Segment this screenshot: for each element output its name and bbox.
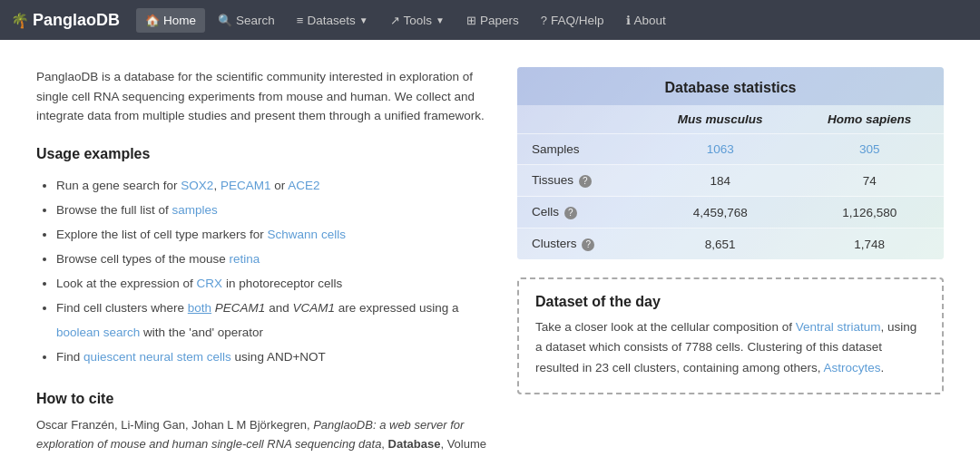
list-item: Explore the list of cell type markers fo…: [56, 222, 490, 247]
row-label-tissues: Tissues ?: [517, 165, 645, 197]
retina-link[interactable]: retina: [230, 252, 260, 266]
samples-homo-link[interactable]: 305: [859, 142, 880, 156]
row-val-mus-cells: 4,459,768: [645, 197, 795, 228]
row-val-mus-samples: 1063: [645, 134, 795, 165]
table-row: Samples 1063 305: [517, 134, 944, 165]
quiescent-link[interactable]: quiescent neural stem cells: [83, 350, 231, 364]
nav-search[interactable]: 🔍 Search: [209, 8, 284, 33]
logo-text: PanglaoDB: [33, 11, 120, 30]
nav-faq[interactable]: ? FAQ/Help: [532, 8, 613, 33]
dotd-text-before: Take a closer look at the cellular compo…: [535, 320, 796, 334]
cite-text: Oscar Franzén, Li-Ming Gan, Johan L M Bj…: [36, 416, 490, 457]
tools-dropdown-icon: ▼: [436, 15, 445, 25]
usage-title: Usage examples: [36, 146, 490, 162]
stats-col-empty: [517, 105, 645, 134]
tools-icon: ↗: [390, 14, 400, 27]
cells-help-icon[interactable]: ?: [564, 207, 577, 219]
cite-section: How to cite Oscar Franzén, Li-Ming Gan, …: [36, 391, 490, 457]
row-label-samples: Samples: [517, 134, 645, 165]
nav-about-label: About: [634, 14, 666, 27]
crx-link[interactable]: CRX: [197, 277, 223, 290]
nav-papers-label: Papers: [480, 14, 519, 27]
stats-col-mus: Mus musculus: [645, 105, 795, 134]
both-link[interactable]: both: [188, 301, 211, 315]
nav-datasets-label: Datasets: [307, 14, 355, 27]
list-item: Find quiescent neural stem cells using A…: [56, 345, 490, 369]
list-item: Browse the full list of samples: [56, 198, 490, 222]
nav-papers[interactable]: ⊞ Papers: [457, 8, 528, 33]
home-icon: 🏠: [145, 14, 160, 27]
navigation: 🌴 PanglaoDB 🏠 Home 🔍 Search ≡ Datasets ▼…: [0, 0, 980, 40]
usage-list: Run a gene search for SOX2, PECAM1 or AC…: [36, 173, 490, 369]
row-label-clusters: Clusters ?: [517, 228, 645, 260]
search-icon: 🔍: [218, 14, 232, 27]
row-val-homo-cells: 1,126,580: [795, 197, 944, 228]
left-column: PanglaoDB is a database for the scientif…: [36, 67, 490, 457]
dotd-title: Dataset of the day: [535, 294, 926, 310]
main-content: PanglaoDB is a database for the scientif…: [0, 40, 980, 457]
nav-datasets[interactable]: ≡ Datasets ▼: [288, 8, 377, 33]
stats-table: Mus musculus Homo sapiens Samples 1063 3…: [517, 105, 944, 259]
row-val-mus-tissues: 184: [645, 165, 795, 197]
list-item: Run a gene search for SOX2, PECAM1 or AC…: [56, 173, 490, 198]
dotd-text-after: .: [880, 361, 884, 374]
nav-home-label: Home: [163, 14, 196, 27]
cite-title: How to cite: [36, 391, 490, 407]
row-val-homo-samples: 305: [795, 134, 944, 165]
datasets-dropdown-icon: ▼: [359, 15, 368, 25]
nav-tools-label: Tools: [404, 14, 433, 27]
sox2-link[interactable]: SOX2: [181, 179, 213, 192]
row-label-cells: Cells ?: [517, 197, 645, 228]
papers-icon: ⊞: [466, 14, 476, 27]
intro-paragraph: PanglaoDB is a database for the scientif…: [36, 67, 490, 126]
tissues-help-icon[interactable]: ?: [579, 175, 592, 188]
logo: 🌴 PanglaoDB: [11, 11, 120, 30]
row-val-mus-clusters: 8,651: [645, 228, 795, 260]
row-val-homo-clusters: 1,748: [795, 228, 944, 260]
nav-search-label: Search: [236, 14, 275, 27]
table-row: Clusters ? 8,651 1,748: [517, 228, 944, 260]
datasets-icon: ≡: [297, 14, 304, 27]
table-row: Tissues ? 184 74: [517, 165, 944, 197]
nav-tools[interactable]: ↗ Tools ▼: [381, 8, 454, 33]
pecam1-link[interactable]: PECAM1: [220, 179, 271, 192]
list-item: Browse cell types of the mouse retina: [56, 247, 490, 271]
dotd-text: Take a closer look at the cellular compo…: [535, 317, 926, 378]
samples-mus-link[interactable]: 1063: [707, 142, 734, 156]
stats-box: Database statistics Mus musculus Homo sa…: [517, 67, 944, 259]
nav-items: 🏠 Home 🔍 Search ≡ Datasets ▼ ↗ Tools ▼ ⊞…: [136, 8, 675, 33]
stats-title: Database statistics: [517, 67, 944, 105]
schwann-link[interactable]: Schwann cells: [268, 228, 346, 241]
list-item: Find cell clusters where both PECAM1 and…: [56, 296, 490, 345]
dataset-of-the-day: Dataset of the day Take a closer look at…: [517, 277, 944, 394]
clusters-help-icon[interactable]: ?: [582, 238, 594, 251]
list-item: Look at the expression of CRX in photore…: [56, 271, 490, 296]
faq-icon: ?: [541, 14, 547, 27]
table-row: Cells ? 4,459,768 1,126,580: [517, 197, 944, 228]
right-column: Database statistics Mus musculus Homo sa…: [517, 67, 944, 457]
boolean-search-link[interactable]: boolean search: [56, 326, 140, 339]
nav-about[interactable]: ℹ About: [617, 8, 675, 33]
stats-col-homo: Homo sapiens: [795, 105, 944, 134]
ventral-striatum-link[interactable]: Ventral striatum: [796, 320, 881, 334]
astrocytes-link[interactable]: Astrocytes: [823, 361, 880, 374]
nav-faq-label: FAQ/Help: [551, 14, 604, 27]
about-icon: ℹ: [626, 14, 631, 27]
ace2-link[interactable]: ACE2: [288, 179, 319, 192]
nav-home[interactable]: 🏠 Home: [136, 8, 205, 33]
row-val-homo-tissues: 74: [795, 165, 944, 197]
palm-icon: 🌴: [11, 12, 29, 29]
samples-link[interactable]: samples: [172, 203, 218, 217]
